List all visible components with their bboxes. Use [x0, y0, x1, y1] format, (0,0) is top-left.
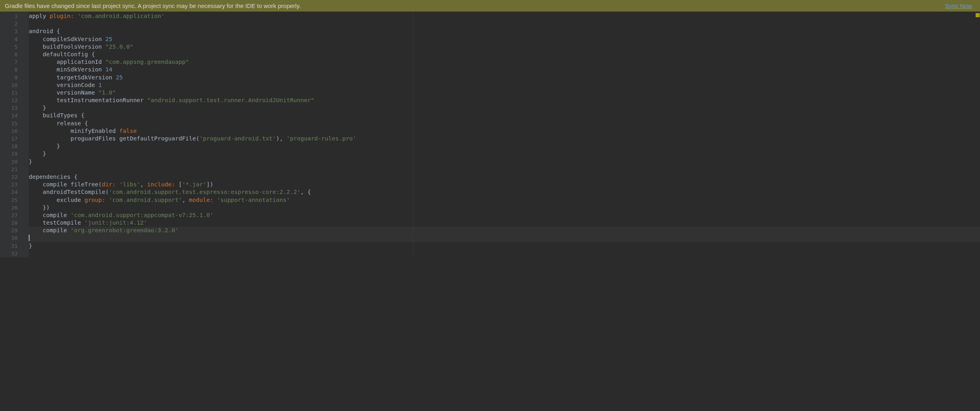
line-number: 6 — [0, 51, 29, 58]
line-number: 10 — [0, 81, 29, 89]
line-number: 24 — [0, 188, 29, 196]
code-line — [29, 20, 980, 28]
line-number: 8 — [0, 66, 29, 73]
code-line: minifyEnabled false — [29, 127, 980, 135]
sync-now-link[interactable]: Sync Now — [945, 2, 972, 9]
code-line: buildTypes { — [29, 112, 980, 119]
line-number: 27 — [0, 211, 29, 219]
code-line: compileSdkVersion 25 — [29, 36, 980, 43]
line-number: 5 — [0, 43, 29, 51]
code-line: defaultConfig { — [29, 51, 980, 58]
line-number: 25 — [0, 196, 29, 204]
code-line: compile 'com.android.support:appcompat-v… — [29, 211, 980, 219]
code-line: compile fileTree(dir: 'libs', include: [… — [29, 181, 980, 188]
text-cursor — [29, 235, 33, 241]
code-line: release { — [29, 120, 980, 127]
line-number: 29 — [0, 227, 29, 234]
line-number: 20 — [0, 158, 29, 166]
line-number: 22 — [0, 173, 29, 181]
line-number: 7 — [0, 58, 29, 66]
right-margin-guide — [413, 12, 413, 257]
line-number: 32 — [0, 250, 29, 257]
line-number: 14 — [0, 112, 29, 119]
code-line: apply plugin: 'com.android.application' — [29, 12, 980, 20]
code-line: testCompile 'junit:junit:4.12' — [29, 219, 980, 227]
line-number: 30 — [0, 234, 29, 242]
code-line: dependencies { — [29, 173, 980, 181]
line-number: 15 — [0, 120, 29, 127]
line-number: 1 — [0, 12, 29, 20]
code-line: versionName "1.0" — [29, 89, 980, 97]
code-line: proguardFiles getDefaultProguardFile('pr… — [29, 135, 980, 142]
line-number: 19 — [0, 150, 29, 158]
line-number: 4 — [0, 36, 29, 43]
line-number: 13 — [0, 104, 29, 112]
code-line: } — [29, 142, 980, 150]
code-line: exclude group: 'com.android.support', mo… — [29, 196, 980, 204]
line-number: 11 — [0, 89, 29, 97]
line-number-gutter: 1 2 3 4 5 6 7 8 9 10 11 12 13 14 15 16 1… — [0, 12, 29, 257]
line-number: 9 — [0, 74, 29, 81]
code-line: targetSdkVersion 25 — [29, 74, 980, 81]
code-line — [29, 234, 980, 242]
editor-area: 1 2 3 4 5 6 7 8 9 10 11 12 13 14 15 16 1… — [0, 12, 980, 257]
code-line: buildToolsVersion "25.0.0" — [29, 43, 980, 51]
code-line: versionCode 1 — [29, 81, 980, 89]
line-number: 16 — [0, 127, 29, 135]
warning-marker-icon[interactable] — [976, 13, 980, 17]
code-line: minSdkVersion 14 — [29, 66, 980, 73]
code-line: applicationId "com.appsng.greendaoapp" — [29, 58, 980, 66]
line-number: 3 — [0, 28, 29, 35]
notification-message: Gradle files have changed since last pro… — [5, 2, 301, 9]
code-line: testInstrumentationRunner "android.suppo… — [29, 97, 980, 104]
code-line: } — [29, 158, 980, 166]
code-line: androidTestCompile('com.android.support.… — [29, 188, 980, 196]
code-line: }) — [29, 204, 980, 211]
code-line: compile 'org.greenrobot:greendao:3.2.0' — [29, 227, 980, 234]
code-line — [29, 250, 980, 257]
error-stripe — [975, 12, 980, 18]
code-line: } — [29, 150, 980, 158]
code-line: } — [29, 242, 980, 250]
line-number: 23 — [0, 181, 29, 188]
line-number: 31 — [0, 242, 29, 250]
line-number: 28 — [0, 219, 29, 227]
line-number: 26 — [0, 204, 29, 211]
code-line — [29, 166, 980, 173]
code-line: android { — [29, 28, 980, 35]
line-number: 12 — [0, 97, 29, 104]
code-editor[interactable]: apply plugin: 'com.android.application' … — [29, 12, 980, 257]
line-number: 18 — [0, 142, 29, 150]
line-number: 17 — [0, 135, 29, 142]
code-line: } — [29, 104, 980, 112]
line-number: 2 — [0, 20, 29, 28]
gradle-sync-notification-bar: Gradle files have changed since last pro… — [0, 0, 980, 12]
line-number: 21 — [0, 166, 29, 173]
